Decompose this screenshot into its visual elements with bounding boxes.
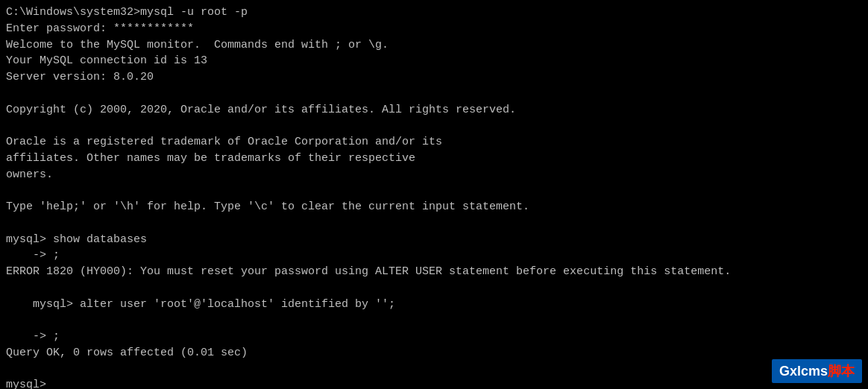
welcome-line: Welcome to the MySQL monitor. Commands e…: [6, 37, 862, 54]
terminal-window: C:\Windows\system32>mysql -u root -p Ent…: [0, 0, 868, 389]
final-mysql-prompt[interactable]: mysql>: [6, 377, 862, 389]
version-line: Server version: 8.0.20: [6, 69, 862, 86]
blank2: [6, 118, 862, 134]
blank4: [6, 215, 862, 232]
alter-user-line: mysql> alter user 'root'@'localhost' ide…: [6, 280, 862, 329]
watermark-text-main: Gxlcms: [779, 364, 828, 379]
watermark-badge: Gxlcms脚本: [772, 359, 862, 383]
trademark-line2: affiliates. Other names may be trademark…: [6, 151, 862, 167]
alter-cmd-suffix: ';: [382, 298, 395, 311]
arrow-semicolon-2: -> ;: [6, 329, 862, 345]
cmd-prompt-line: C:\Windows\system32>mysql -u root -p: [6, 4, 862, 21]
password-line: Enter password: ************: [6, 21, 862, 37]
alter-cmd-prefix: mysql> alter user 'root'@'localhost' ide…: [33, 298, 382, 311]
trademark-line3: owners.: [6, 167, 862, 183]
blank3: [6, 183, 862, 199]
copyright-line: Copyright (c) 2000, 2020, Oracle and/or …: [6, 102, 862, 118]
show-databases-cmd: mysql> show databases: [6, 232, 862, 248]
connection-line: Your MySQL connection id is 13: [6, 53, 862, 69]
help-line: Type 'help;' or '\h' for help. Type '\c'…: [6, 199, 862, 215]
query-ok-line: Query OK, 0 rows affected (0.01 sec): [6, 345, 862, 361]
trademark-line1: Oracle is a registered trademark of Orac…: [6, 134, 862, 151]
blank1: [6, 86, 862, 102]
arrow-semicolon-1: -> ;: [6, 247, 862, 264]
watermark-text-red: 脚本: [828, 364, 855, 379]
blank5: [6, 361, 862, 378]
error-1820-line: ERROR 1820 (HY000): You must reset your …: [6, 264, 862, 280]
